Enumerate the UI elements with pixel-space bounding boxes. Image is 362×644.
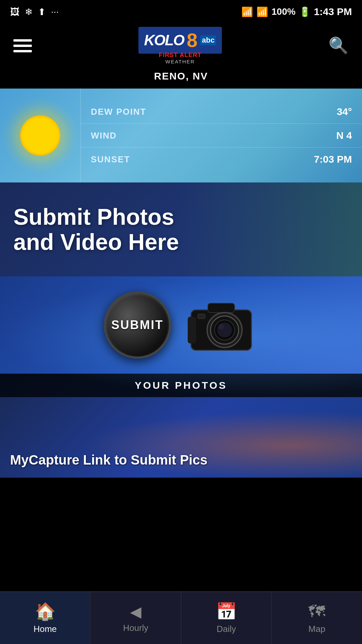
- status-bar: 🖼 ❄ ⬆ ··· 📶 📶 100% 🔋 1:43 PM: [0, 0, 362, 23]
- dew-point-label: DEW POINT: [91, 107, 146, 117]
- location-text: RENO, NV: [154, 70, 208, 82]
- header: KOLO 8 abc FIRST ALERT WEATHER 🔍 RENO, N…: [0, 23, 362, 89]
- battery-percent: 100%: [272, 6, 296, 17]
- submit-section: SUBMIT Y: [0, 276, 362, 397]
- nav-label-daily: Daily: [217, 624, 236, 634]
- upload-icon: ⬆: [38, 6, 46, 17]
- nav-item-hourly[interactable]: ◀ Hourly: [90, 592, 181, 644]
- submit-content: SUBMIT: [0, 276, 362, 374]
- nav-item-map[interactable]: 🗺 Map: [272, 592, 362, 644]
- svg-rect-8: [198, 314, 205, 319]
- sunset-value: 7:03 PM: [314, 154, 352, 165]
- home-icon: 🏠: [35, 602, 56, 621]
- weather-details: DEW POINT 34° WIND N 4 SUNSET 7:03 PM: [80, 89, 362, 182]
- photo-icon: 🖼: [10, 6, 19, 17]
- svg-rect-1: [188, 317, 196, 343]
- logo-8-text: 8: [187, 31, 197, 50]
- sun-area: [0, 89, 80, 182]
- mycapture-link[interactable]: MyCapture Link to Submit Pics: [10, 452, 207, 468]
- wind-label: WIND: [91, 130, 117, 141]
- sunset-row: SUNSET 7:03 PM: [81, 148, 362, 171]
- nav-item-daily[interactable]: 📅 Daily: [181, 592, 272, 644]
- logo-container: KOLO 8 abc FIRST ALERT WEATHER: [138, 27, 222, 64]
- battery-icon: 🔋: [299, 6, 311, 17]
- logo-box: KOLO 8 abc: [138, 27, 222, 54]
- nav-item-home[interactable]: 🏠 Home: [0, 592, 90, 644]
- wifi-icon: 📶: [241, 6, 253, 17]
- signal-icon: 📶: [256, 6, 268, 17]
- submit-button-label: SUBMIT: [111, 318, 164, 332]
- weather-section: DEW POINT 34° WIND N 4 SUNSET 7:03 PM: [0, 89, 362, 182]
- daily-icon: 📅: [216, 602, 237, 621]
- wind-value: N 4: [336, 130, 352, 141]
- wind-row: WIND N 4: [81, 124, 362, 148]
- bottom-nav: 🏠 Home ◀ Hourly 📅 Daily 🗺 Map: [0, 591, 362, 644]
- status-bar-right: 📶 📶 100% 🔋 1:43 PM: [241, 6, 352, 17]
- search-button[interactable]: 🔍: [328, 36, 349, 55]
- mycapture-section[interactable]: MyCapture Link to Submit Pics: [0, 397, 362, 478]
- logo-first-alert: FIRST ALERT: [159, 52, 201, 59]
- time: 1:43 PM: [314, 6, 352, 17]
- hourly-icon: ◀: [130, 603, 141, 620]
- status-bar-left: 🖼 ❄ ⬆ ···: [10, 6, 59, 17]
- submit-title: Submit Photos and Video Here: [13, 204, 215, 255]
- sunset-label: SUNSET: [91, 154, 130, 165]
- svg-rect-2: [208, 303, 235, 313]
- logo-kolo-text: KOLO: [144, 33, 184, 48]
- dew-point-row: DEW POINT 34°: [81, 100, 362, 124]
- svg-point-7: [219, 324, 224, 329]
- more-icon: ···: [51, 6, 59, 17]
- sun-graphic: [20, 115, 60, 156]
- menu-button[interactable]: [13, 39, 32, 52]
- map-icon: 🗺: [308, 602, 325, 621]
- snowflake-icon: ❄: [25, 6, 33, 17]
- nav-label-hourly: Hourly: [123, 623, 148, 633]
- nav-label-home: Home: [34, 624, 57, 634]
- nav-label-map: Map: [308, 624, 325, 634]
- logo-weather: WEATHER: [166, 59, 195, 64]
- header-row: KOLO 8 abc FIRST ALERT WEATHER 🔍: [0, 23, 362, 68]
- logo-abc-text: abc: [200, 35, 216, 45]
- camera-icon-container: [184, 291, 258, 359]
- dew-point-value: 34°: [337, 106, 352, 117]
- submit-button[interactable]: SUBMIT: [104, 291, 171, 359]
- camera-icon: [188, 297, 255, 354]
- submit-banner[interactable]: Submit Photos and Video Here: [0, 182, 362, 276]
